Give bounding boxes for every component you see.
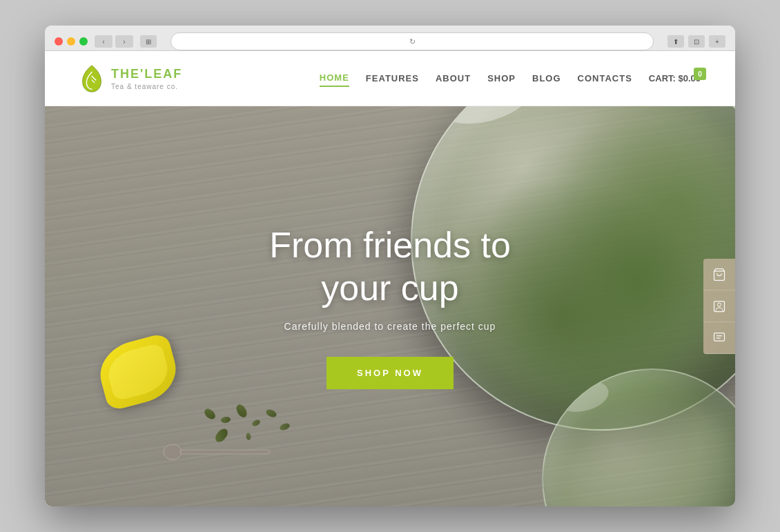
leaf-piece xyxy=(220,415,231,424)
nav-link-contacts[interactable]: CONTACTS xyxy=(578,70,632,86)
browser-controls: ‹ › ⊞ ↻ ⬆ ⊡ + xyxy=(55,32,725,50)
spoon-decoration xyxy=(162,442,273,465)
new-tab-button[interactable]: ⊡ xyxy=(688,35,705,48)
menu-widget-icon xyxy=(712,331,726,345)
hero-title: From friends to your cup xyxy=(217,224,563,310)
nav-buttons: ‹ › xyxy=(95,35,133,48)
hero-subtitle: Carefully blended to create the perfect … xyxy=(217,321,563,332)
tea-bowl-secondary xyxy=(542,368,735,506)
svg-rect-1 xyxy=(180,450,270,454)
leaf-piece xyxy=(251,418,261,428)
nav-link-home[interactable]: HOME xyxy=(320,70,349,87)
browser-chrome: ‹ › ⊞ ↻ ⬆ ⊡ + xyxy=(45,26,735,51)
cart-button[interactable]: CART: $0.00 0 xyxy=(649,73,701,83)
leaf-piece xyxy=(245,433,252,441)
back-button[interactable]: ‹ xyxy=(95,35,113,48)
nav-link-shop[interactable]: SHOP xyxy=(487,70,516,86)
share-button[interactable]: ⬆ xyxy=(667,35,684,48)
lemon-shape xyxy=(93,332,183,411)
logo-title: THE'LEAF xyxy=(111,67,182,81)
leaf-piece xyxy=(202,407,217,420)
search-widget[interactable] xyxy=(703,290,735,322)
browser-window: ‹ › ⊞ ↻ ⬆ ⊡ + xyxy=(45,26,735,506)
cart-label: CART: $0.00 xyxy=(649,73,701,83)
tab-icon: ⊞ xyxy=(140,35,157,48)
refresh-icon: ↻ xyxy=(409,37,416,46)
nav-link-blog[interactable]: BLOG xyxy=(532,70,561,86)
svg-point-4 xyxy=(718,303,721,306)
search-widget-icon xyxy=(712,299,726,313)
nav-link-about[interactable]: ABOUT xyxy=(436,70,471,86)
cart-badge: 0 xyxy=(694,68,706,80)
traffic-lights xyxy=(55,37,88,46)
minimize-button[interactable] xyxy=(67,37,75,46)
leaf-piece xyxy=(234,403,250,420)
svg-rect-5 xyxy=(714,333,725,341)
forward-button[interactable]: › xyxy=(115,35,133,48)
hero-section: From friends to your cup Carefully blend… xyxy=(45,106,735,506)
nav-link-features[interactable]: FEATURES xyxy=(366,70,419,86)
navbar: THE'LEAF Tea & teaware co. HOME FEATURES… xyxy=(45,51,735,106)
leaf-piece xyxy=(279,422,291,432)
cart-widget-icon xyxy=(712,268,726,282)
add-button[interactable]: + xyxy=(709,35,725,48)
svg-point-0 xyxy=(164,444,182,460)
sidebar-widgets xyxy=(703,259,735,354)
website: THE'LEAF Tea & teaware co. HOME FEATURES… xyxy=(45,51,735,506)
maximize-button[interactable] xyxy=(79,37,88,46)
logo-subtitle: Tea & teaware co. xyxy=(111,83,182,90)
logo-text: THE'LEAF Tea & teaware co. xyxy=(111,67,182,90)
logo-area[interactable]: THE'LEAF Tea & teaware co. xyxy=(79,64,182,93)
leaf-piece xyxy=(265,408,277,418)
nav-links: HOME FEATURES ABOUT SHOP BLOG CONTACTS C… xyxy=(320,70,701,87)
address-bar[interactable]: ↻ xyxy=(170,32,654,50)
hero-content: From friends to your cup Carefully blend… xyxy=(217,224,563,389)
cart-widget[interactable] xyxy=(703,259,735,290)
lemon-decoration xyxy=(100,341,190,417)
close-button[interactable] xyxy=(55,37,63,46)
shop-now-button[interactable]: SHOP NOW xyxy=(326,357,454,389)
menu-widget[interactable] xyxy=(703,322,735,354)
logo-icon xyxy=(79,64,104,93)
